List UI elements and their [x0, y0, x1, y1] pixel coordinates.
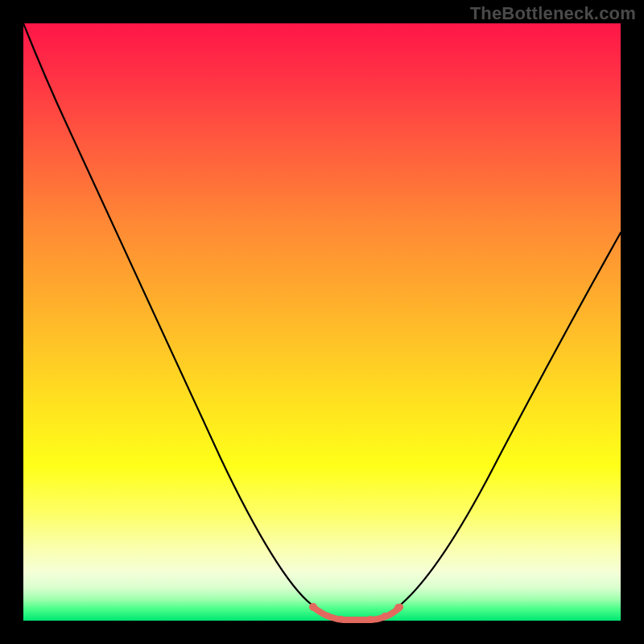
svg-point-4 — [367, 616, 374, 622]
svg-point-0 — [309, 603, 317, 611]
curve-layer — [23, 23, 621, 621]
svg-point-3 — [353, 617, 359, 623]
svg-point-1 — [324, 613, 331, 619]
plot-area — [23, 23, 621, 621]
svg-point-2 — [338, 616, 345, 622]
chart-frame: TheBottleneck.com — [0, 0, 644, 644]
svg-point-6 — [394, 604, 402, 612]
watermark-text: TheBottleneck.com — [470, 3, 636, 24]
svg-point-5 — [382, 613, 388, 619]
bottleneck-curve — [23, 23, 621, 619]
